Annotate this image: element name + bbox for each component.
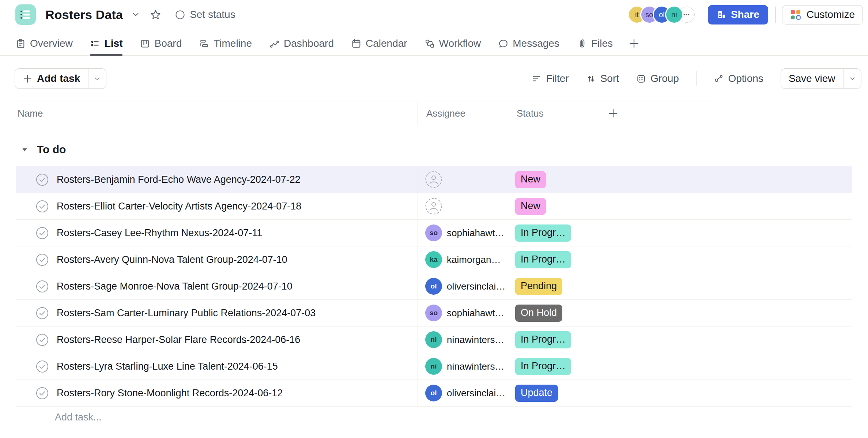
empty-cell bbox=[592, 300, 852, 326]
task-name[interactable]: Rosters-Casey Lee-Rhythm Nexus-2024-07-1… bbox=[57, 227, 262, 239]
task-checkbox[interactable] bbox=[36, 360, 49, 373]
options-button[interactable]: Options bbox=[714, 73, 763, 84]
status-cell[interactable]: New bbox=[505, 166, 592, 193]
task-name[interactable]: Rosters-Sage Monroe-Nova Talent Group-20… bbox=[57, 281, 293, 292]
topbar-divider bbox=[775, 7, 776, 23]
table-row[interactable]: Rosters-Avery Quinn-Nova Talent Group-20… bbox=[16, 246, 852, 273]
status-circle-icon bbox=[175, 10, 185, 20]
group-button[interactable]: Group bbox=[636, 73, 679, 84]
tab-overview[interactable]: Overview bbox=[15, 32, 73, 55]
favorite-star-icon[interactable] bbox=[150, 9, 161, 20]
status-badge: Pending bbox=[515, 278, 562, 295]
column-header-assignee[interactable]: Assignee bbox=[418, 102, 505, 125]
task-checkbox[interactable] bbox=[36, 200, 49, 213]
assignee-cell[interactable]: nininawinters… bbox=[418, 353, 505, 380]
avatar-stack[interactable]: itsoolni••• bbox=[629, 7, 695, 23]
status-cell[interactable]: In Progr… bbox=[505, 220, 592, 246]
status-cell[interactable]: In Progr… bbox=[505, 353, 592, 380]
assignee-name: oliversinclai… bbox=[447, 281, 505, 292]
tab-workflow[interactable]: Workflow bbox=[424, 32, 481, 55]
task-checkbox[interactable] bbox=[36, 253, 49, 266]
assignee-cell[interactable]: ololiversinclai… bbox=[418, 273, 505, 299]
assignee-name: oliversinclai… bbox=[447, 388, 505, 399]
task-checkbox[interactable] bbox=[36, 173, 49, 186]
table-row[interactable]: Rosters-Casey Lee-Rhythm Nexus-2024-07-1… bbox=[16, 220, 852, 246]
task-name[interactable]: Rosters-Benjamin Ford-Echo Wave Agency-2… bbox=[57, 174, 301, 185]
table-row[interactable]: Rosters-Elliot Carter-Velocity Artists A… bbox=[16, 193, 852, 220]
dashboard-icon bbox=[269, 38, 280, 49]
task-name[interactable]: Rosters-Avery Quinn-Nova Talent Group-20… bbox=[57, 254, 287, 265]
save-view-button[interactable]: Save view bbox=[781, 69, 843, 88]
table-row[interactable]: Rosters-Lyra Starling-Luxe Line Talent-2… bbox=[16, 353, 852, 380]
save-view-dropdown-button[interactable] bbox=[844, 69, 861, 88]
add-task-dropdown-button[interactable] bbox=[88, 69, 106, 88]
table-header: Name Assignee Status bbox=[16, 102, 715, 125]
title-chevron-down-icon[interactable] bbox=[131, 10, 140, 19]
customize-button[interactable]: Customize bbox=[782, 5, 863, 24]
status-cell[interactable]: In Progr… bbox=[505, 246, 592, 273]
workflow-icon bbox=[424, 38, 435, 49]
add-task-inline[interactable]: Add task... bbox=[55, 412, 102, 423]
table-row[interactable]: Rosters-Benjamin Ford-Echo Wave Agency-2… bbox=[16, 166, 852, 193]
task-name[interactable]: Rosters-Elliot Carter-Velocity Artists A… bbox=[57, 201, 301, 212]
clipboard-icon bbox=[15, 38, 26, 49]
task-checkbox[interactable] bbox=[36, 307, 49, 320]
assignee-cell[interactable] bbox=[418, 166, 505, 193]
tab-calendar[interactable]: Calendar bbox=[351, 32, 407, 55]
assignee-cell[interactable]: nininawinters… bbox=[418, 326, 505, 353]
assignee-cell[interactable] bbox=[418, 193, 505, 219]
sort-button[interactable]: Sort bbox=[586, 73, 619, 84]
tab-list[interactable]: List bbox=[90, 32, 123, 55]
column-header-name[interactable]: Name bbox=[16, 102, 418, 125]
status-cell[interactable]: New bbox=[505, 193, 592, 219]
task-name[interactable]: Rosters-Reese Harper-Solar Flare Records… bbox=[57, 334, 300, 346]
table-row[interactable]: Rosters-Sam Carter-Luminary Public Relat… bbox=[16, 300, 852, 326]
table-row[interactable]: Rosters-Reese Harper-Solar Flare Records… bbox=[16, 326, 852, 353]
tab-timeline[interactable]: Timeline bbox=[199, 32, 252, 55]
share-button[interactable]: Share bbox=[708, 5, 768, 24]
name-cell: Rosters-Sam Carter-Luminary Public Relat… bbox=[16, 300, 418, 326]
empty-cell bbox=[592, 326, 852, 353]
status-cell[interactable]: Pending bbox=[505, 273, 592, 299]
assignee-avatar: ni bbox=[425, 331, 442, 348]
filter-button[interactable]: Filter bbox=[532, 73, 569, 84]
tab-files[interactable]: Files bbox=[577, 32, 613, 55]
assignee-cell[interactable]: sosophiahawt… bbox=[418, 220, 505, 246]
task-checkbox[interactable] bbox=[36, 387, 49, 400]
task-name[interactable]: Rosters-Sam Carter-Luminary Public Relat… bbox=[57, 307, 316, 319]
task-checkbox[interactable] bbox=[36, 280, 49, 293]
task-checkbox[interactable] bbox=[36, 333, 49, 346]
caret-down-icon[interactable] bbox=[21, 146, 29, 154]
customize-label: Customize bbox=[807, 9, 855, 20]
task-name[interactable]: Rosters-Rory Stone-Moonlight Records-202… bbox=[57, 388, 283, 399]
assignee-name: sophiahawt… bbox=[447, 307, 505, 319]
add-task-split-button: Add task bbox=[15, 68, 106, 89]
tab-label: Board bbox=[154, 38, 182, 49]
status-badge: On Hold bbox=[515, 305, 562, 322]
section-todo[interactable]: To do bbox=[21, 141, 66, 158]
add-task-button[interactable]: Add task bbox=[15, 69, 88, 88]
tab-label: Timeline bbox=[214, 38, 252, 49]
assignee-cell[interactable]: sosophiahawt… bbox=[418, 300, 505, 326]
name-cell: Rosters-Reese Harper-Solar Flare Records… bbox=[16, 326, 418, 353]
table-row[interactable]: Rosters-Sage Monroe-Nova Talent Group-20… bbox=[16, 273, 852, 300]
assignee-cell[interactable]: ololiversinclai… bbox=[418, 380, 505, 406]
status-badge: New bbox=[515, 171, 546, 188]
assignee-cell[interactable]: kakaimorgan… bbox=[418, 246, 505, 273]
tab-messages[interactable]: Messages bbox=[498, 32, 559, 55]
table-row[interactable]: Rosters-Rory Stone-Moonlight Records-202… bbox=[16, 380, 852, 407]
status-cell[interactable]: In Progr… bbox=[505, 326, 592, 353]
tab-dashboard[interactable]: Dashboard bbox=[269, 32, 334, 55]
task-checkbox[interactable] bbox=[36, 227, 49, 239]
task-name[interactable]: Rosters-Lyra Starling-Luxe Line Talent-2… bbox=[57, 361, 278, 372]
status-badge: Update bbox=[515, 385, 558, 402]
add-view-button[interactable] bbox=[628, 38, 640, 49]
set-status-button[interactable]: Set status bbox=[175, 9, 235, 20]
list-icon bbox=[90, 38, 101, 49]
tab-board[interactable]: Board bbox=[140, 32, 182, 55]
status-cell[interactable]: On Hold bbox=[505, 300, 592, 326]
avatar-ni[interactable]: ni bbox=[666, 7, 682, 23]
status-cell[interactable]: Update bbox=[505, 380, 592, 406]
column-header-status[interactable]: Status bbox=[505, 102, 592, 125]
add-column-button[interactable] bbox=[608, 108, 619, 119]
